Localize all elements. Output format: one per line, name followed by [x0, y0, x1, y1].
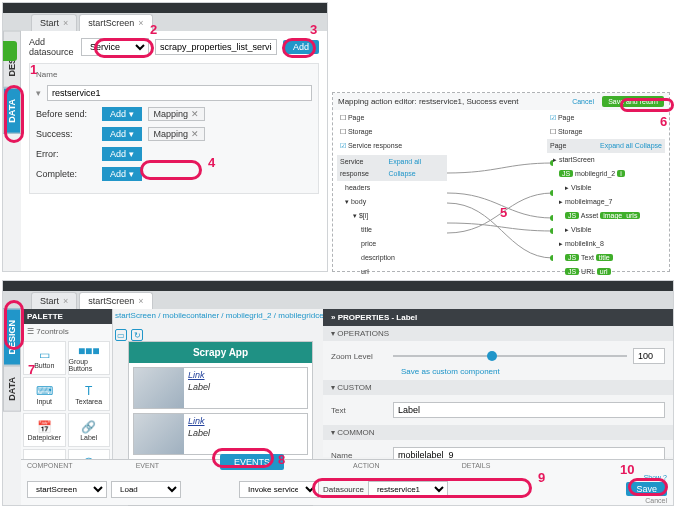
palette: PALETTE ☰ 7controls ▭Button■■■Group Butt… [21, 309, 113, 459]
datasource-type-select[interactable]: Service [81, 38, 149, 56]
remove-icon[interactable]: ✕ [191, 129, 199, 139]
rtree-url[interactable]: JS URL url [547, 265, 665, 279]
vert-tab-data-lower[interactable]: DATA [3, 366, 21, 412]
add-datasource-button[interactable]: Add [283, 40, 319, 54]
page-checkbox[interactable]: ☐ [340, 114, 346, 121]
error-add-button[interactable]: Add ▾ [102, 147, 142, 161]
svg-point-3 [550, 228, 553, 234]
card-label: Label [188, 428, 303, 438]
upper-content: Add datasource Service Add Name ▾ Before… [21, 31, 327, 271]
rtree-visible[interactable]: ▸ Visible [547, 181, 665, 195]
before-send-label: Before send: [36, 109, 96, 119]
text-label: Text [331, 406, 387, 415]
svg-point-0 [550, 160, 553, 166]
vert-tab-data[interactable]: DATA [3, 88, 21, 134]
action-select[interactable]: Invoke service [239, 481, 319, 498]
zoom-label: Zoom Level [331, 352, 387, 361]
palette-textarea[interactable]: TTextarea [68, 377, 111, 411]
card-image [134, 368, 184, 408]
tree-headers[interactable]: headers [337, 181, 447, 195]
tree-body[interactable]: ▾ body [337, 195, 447, 209]
datasource-name-input[interactable] [155, 39, 277, 55]
success-mapping-tag[interactable]: Mapping✕ [148, 127, 206, 141]
success-label: Success: [36, 129, 96, 139]
zoom-slider[interactable] [393, 355, 627, 357]
card-2[interactable]: Link Label [133, 413, 308, 455]
add-datasource-label: Add datasource [29, 37, 75, 57]
upper-tabs: Start× startScreen× [3, 13, 327, 31]
tree-description[interactable]: description [337, 251, 447, 265]
upper-panel: Start× startScreen× DESIGN DATA Add data… [2, 2, 328, 272]
tab-start-lower[interactable]: Start× [31, 292, 77, 309]
lower-panel: Start× startScreen× DESIGN DATA PALETTE … [2, 280, 674, 506]
service-checkbox[interactable]: ☑ [340, 142, 346, 149]
svg-point-4 [550, 255, 553, 261]
complete-add-button[interactable]: Add ▾ [102, 167, 142, 181]
save-as-component-link[interactable]: Save as custom component [401, 367, 665, 376]
page-checkbox-r[interactable]: ☑ [550, 114, 556, 121]
common-section: ▾ COMMON [323, 425, 673, 440]
before-send-add-button[interactable]: Add ▾ [102, 107, 142, 121]
rtree-visible[interactable]: ▸ Visible [547, 223, 665, 237]
event-select[interactable]: Load [111, 481, 181, 498]
zoom-value[interactable] [633, 348, 665, 364]
storage-checkbox[interactable]: ☐ [340, 128, 346, 135]
rtree-mobileimage_7[interactable]: ▸ mobileimage_7 [547, 195, 665, 209]
custom-section: ▾ CUSTOM [323, 380, 673, 395]
operations-section: ▾ OPERATIONS [323, 326, 673, 341]
rotate-icon[interactable]: ↻ [131, 329, 143, 341]
tab-startscreen-lower[interactable]: startScreen× [79, 292, 152, 309]
tab-start[interactable]: Start× [31, 14, 77, 31]
vert-tab-design-lower[interactable]: DESIGN [3, 309, 21, 366]
rtree-startscreen[interactable]: ▸ startScreen [547, 153, 665, 167]
close-icon[interactable]: × [138, 18, 143, 28]
tree-price[interactable]: price [337, 237, 447, 251]
rtree-mobilelink_8[interactable]: ▸ mobilelink_8 [547, 237, 665, 251]
card-image [134, 414, 184, 454]
storage-checkbox-r[interactable]: ☐ [550, 128, 556, 135]
editor-cancel-button[interactable]: Cancel [566, 97, 600, 106]
save-event-button[interactable]: Save [626, 482, 667, 496]
card-1[interactable]: Link Label [133, 367, 308, 409]
rtree-asset[interactable]: JS Asset image_urls [547, 209, 665, 223]
tree-url[interactable]: url [337, 265, 447, 279]
datasource-name-field[interactable] [47, 85, 312, 101]
palette-input[interactable]: ⌨Input [23, 377, 66, 411]
events-bar: COMPONENTEVENTORDERACTIONDETAILS startSc… [21, 459, 673, 505]
show-hint[interactable]: Show ? [644, 474, 667, 481]
rtree-mobilegrid_2[interactable]: JS mobilegrid_2 i [547, 167, 665, 181]
mapping-editor: Mapping action editor: restservice1, Suc… [332, 92, 670, 272]
text-input[interactable] [393, 402, 665, 418]
palette-sub: ☰ 7controls [21, 324, 112, 339]
properties-head: » PROPERTIES - Label [323, 309, 673, 326]
cancel-event-link[interactable]: Cancel [645, 497, 667, 504]
palette-group-buttons[interactable]: ■■■Group Buttons [68, 341, 111, 375]
rtree-text[interactable]: JS Text title [547, 251, 665, 265]
palette-head: PALETTE [21, 309, 112, 324]
palette-datepicker[interactable]: 📅Datepicker [23, 413, 66, 447]
phone-icon[interactable]: ▭ [115, 329, 127, 341]
svg-point-2 [550, 215, 553, 221]
palette-label[interactable]: 🔗Label [68, 413, 111, 447]
card-link[interactable]: Link [188, 370, 303, 380]
component-select[interactable]: startScreen [27, 481, 107, 498]
complete-label: Complete: [36, 169, 96, 179]
datasource-select[interactable]: restservice1 [368, 481, 448, 498]
tree-title[interactable]: title [337, 223, 447, 237]
before-send-mapping-tag[interactable]: Mapping✕ [148, 107, 206, 121]
name-header: Name [36, 70, 312, 79]
tree-i[interactable]: ▾ $[i] [337, 209, 447, 223]
error-label: Error: [36, 149, 96, 159]
properties-panel: » PROPERTIES - Label ▾ OPERATIONS Zoom L… [323, 309, 673, 457]
card-label: Label [188, 382, 303, 392]
chevron-down-icon[interactable]: ▾ [36, 88, 41, 98]
editor-save-button[interactable]: Save and return [602, 96, 664, 107]
datasource-label: Datasource [323, 485, 364, 494]
events-toggle-button[interactable]: EVENTS [220, 454, 284, 470]
success-add-button[interactable]: Add ▾ [102, 127, 142, 141]
card-link[interactable]: Link [188, 416, 303, 426]
close-icon[interactable]: × [63, 18, 68, 28]
svg-point-1 [550, 190, 553, 196]
remove-icon[interactable]: ✕ [191, 109, 199, 119]
tab-startscreen[interactable]: startScreen× [79, 14, 152, 31]
